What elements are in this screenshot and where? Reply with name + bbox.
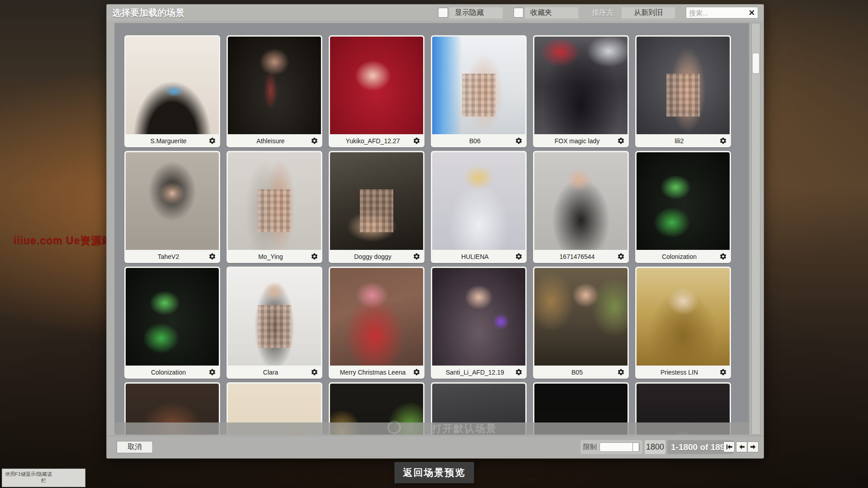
scene-name: B06 [435, 137, 515, 145]
gear-icon[interactable] [413, 368, 420, 376]
f1-hint-line1: 使用F1键显示/隐藏该 [5, 471, 82, 477]
scene-thumbnail[interactable] [534, 268, 627, 366]
scene-name: Priestess LIN [639, 369, 719, 376]
scene-thumbnail[interactable] [637, 152, 730, 250]
ghost-default-scene-text: 打开默认场景 [432, 422, 497, 435]
scene-card[interactable]: Merry Christmas Leena [329, 267, 425, 379]
scene-card-labelbar: HULIENA [432, 250, 525, 263]
scene-thumbnail[interactable] [126, 37, 219, 134]
scene-card-labelbar: Santi_Li_AFD_12.19 [432, 366, 525, 379]
scene-name: Colonization [639, 253, 719, 260]
next-page-button[interactable] [747, 441, 759, 452]
scene-thumbnail[interactable] [228, 268, 321, 366]
show-hidden-checkbox[interactable] [438, 8, 448, 18]
scene-thumbnail[interactable] [126, 268, 219, 366]
scene-card[interactable]: FOX magic lady [533, 35, 629, 147]
sort-order-dropdown[interactable]: 从新到旧 [622, 7, 675, 19]
scene-card-labelbar: Colonization [637, 250, 730, 263]
header-controls: 显示隐藏 收藏夹 排序方 从新到旧 ✕ [438, 7, 758, 19]
scene-card[interactable]: Colonization [124, 267, 220, 379]
scene-thumbnail[interactable] [330, 268, 423, 366]
screen: iiiue.com Ue资源站 选择要加载的场景 显示隐藏 收藏夹 排序方 从新… [0, 0, 868, 488]
scene-thumbnail[interactable] [330, 37, 423, 134]
limit-slider[interactable] [599, 442, 640, 452]
scene-card[interactable]: Colonization [635, 151, 731, 263]
scene-card[interactable]: lili2 [635, 35, 731, 147]
f1-hint-tooltip: 使用F1键显示/隐藏该 栏 [2, 469, 85, 487]
scene-thumbnail[interactable] [637, 268, 730, 366]
gear-icon[interactable] [413, 137, 420, 145]
gear-icon[interactable] [617, 368, 625, 376]
scene-card[interactable]: Mo_Ying [226, 151, 322, 263]
scene-card-labelbar: Yukiko_AFD_12.27 [330, 134, 423, 147]
gear-icon[interactable] [311, 368, 318, 376]
search-input[interactable] [689, 9, 747, 17]
scene-thumbnail[interactable] [432, 152, 525, 250]
scene-card[interactable]: Athleisure [226, 35, 322, 147]
scene-card[interactable]: Yukiko_AFD_12.27 [329, 35, 425, 147]
scene-name: TaheV2 [128, 253, 208, 260]
gear-icon[interactable] [311, 137, 318, 145]
search-clear-icon[interactable]: ✕ [747, 9, 755, 17]
first-page-button[interactable] [723, 441, 735, 452]
gear-icon[interactable] [311, 253, 318, 260]
scene-card[interactable]: B05 [533, 267, 629, 379]
scene-card[interactable]: Priestess LIN [635, 267, 731, 379]
scene-card[interactable]: S.Marguerite [124, 35, 220, 147]
scene-card-labelbar: Priestess LIN [637, 366, 730, 379]
gear-icon[interactable] [719, 253, 727, 260]
scene-grid-panel: S.Marguerite Athleisure Yukiko_AFD_12.27… [114, 23, 749, 435]
scene-thumbnail[interactable] [228, 37, 321, 134]
scene-card[interactable]: HULIENA [431, 151, 527, 263]
scene-thumbnail[interactable] [126, 152, 219, 250]
scene-card[interactable]: B06 [431, 35, 527, 147]
scene-thumbnail[interactable] [432, 268, 525, 366]
gear-icon[interactable] [515, 137, 523, 145]
scene-name: HULIENA [435, 253, 515, 260]
scene-thumbnail[interactable] [637, 37, 730, 134]
limit-value: 1800 [645, 440, 665, 454]
favorites-label[interactable]: 收藏夹 [525, 7, 578, 19]
limit-slider-handle[interactable] [632, 442, 639, 452]
scene-card[interactable]: Clara [226, 267, 322, 379]
scrollbar-thumb[interactable] [753, 53, 759, 73]
gear-icon[interactable] [413, 253, 420, 260]
dialog-title: 选择要加载的场景 [112, 7, 184, 19]
return-scene-preview-button[interactable]: 返回场景预览 [394, 462, 474, 483]
scene-card-labelbar: Clara [228, 366, 321, 379]
gear-icon[interactable] [208, 368, 216, 376]
gear-icon[interactable] [208, 253, 216, 260]
scene-name: lili2 [639, 137, 719, 145]
scene-thumbnail[interactable] [432, 37, 525, 134]
scene-thumbnail[interactable] [330, 152, 423, 250]
scene-name: Colonization [128, 369, 208, 376]
scene-grid: S.Marguerite Athleisure Yukiko_AFD_12.27… [114, 23, 749, 435]
scene-thumbnail[interactable] [228, 152, 321, 250]
scene-card[interactable]: Santi_Li_AFD_12.19 [431, 267, 527, 379]
cancel-button[interactable]: 取消 [117, 441, 153, 453]
first-page-icon [725, 443, 733, 450]
gear-icon[interactable] [208, 137, 216, 145]
scene-card[interactable]: TaheV2 [124, 151, 220, 263]
ghost-logo-icon [387, 421, 401, 434]
scene-thumbnail[interactable] [534, 37, 627, 134]
scene-card-labelbar: B06 [432, 134, 525, 147]
dialog-header: 选择要加载的场景 显示隐藏 收藏夹 排序方 从新到旧 ✕ [107, 5, 764, 21]
prev-page-button[interactable] [736, 441, 747, 452]
show-hidden-label[interactable]: 显示隐藏 [449, 7, 503, 19]
scene-name: Mo_Ying [231, 253, 311, 260]
scene-card[interactable]: Doggy doggy [329, 151, 425, 263]
gear-icon[interactable] [719, 368, 727, 376]
favorites-checkbox[interactable] [514, 8, 524, 18]
prev-page-icon [738, 443, 746, 450]
next-page-icon [749, 443, 757, 450]
scene-card[interactable]: 1671476544 [533, 151, 629, 263]
scene-thumbnail[interactable] [534, 152, 627, 250]
gear-icon[interactable] [719, 137, 727, 145]
f1-hint-line2: 栏 [5, 477, 82, 483]
gear-icon[interactable] [515, 253, 523, 260]
gear-icon[interactable] [515, 368, 523, 376]
grid-scrollbar[interactable] [751, 23, 760, 435]
gear-icon[interactable] [617, 137, 625, 145]
gear-icon[interactable] [617, 253, 625, 260]
